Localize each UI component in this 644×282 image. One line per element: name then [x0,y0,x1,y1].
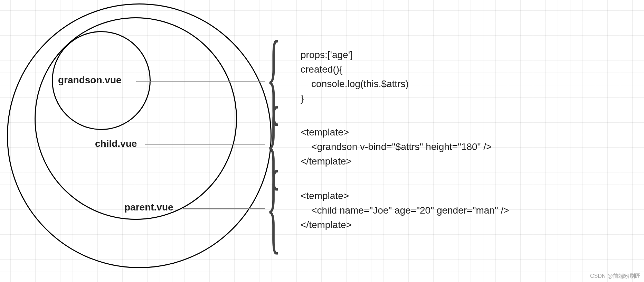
brace-parent: { [267,171,281,243]
connector-parent [183,208,265,209]
diagram-root: { "diagram": { "labels": { "outer": "par… [0,0,644,282]
snippet-parent: <template> <child name="Joe" age="20" ge… [301,189,509,232]
label-child: child.vue [95,138,137,149]
connector-grandson [136,81,265,82]
watermark: CSDN @前端粉刷匠 [590,273,641,280]
label-grandson: grandson.vue [58,75,122,86]
label-parent: parent.vue [124,202,173,213]
connector-child [145,144,265,145]
snippet-grandson: props:['age'] created(){ console.log(thi… [301,48,409,106]
snippet-child: <template> <grandson v-bind="$attrs" hei… [301,125,492,169]
